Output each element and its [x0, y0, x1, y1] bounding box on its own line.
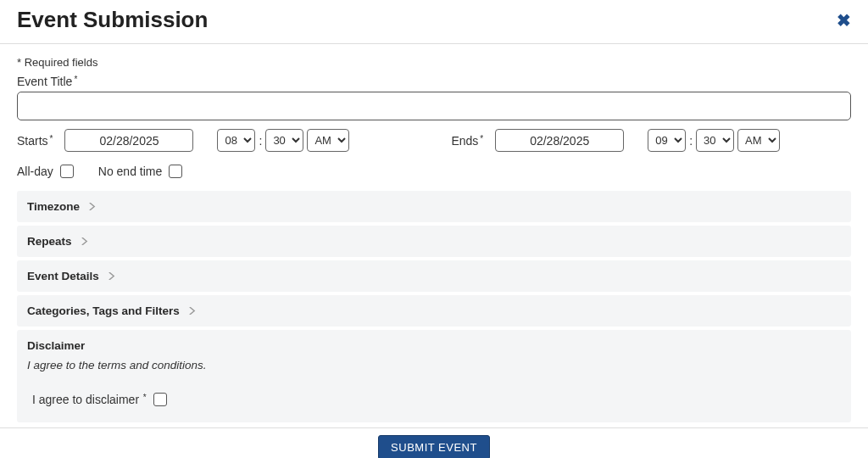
time-separator: : [259, 134, 262, 148]
event-title-input[interactable] [17, 92, 851, 120]
start-minute-select[interactable]: 30 [265, 129, 303, 152]
chevron-right-icon [108, 272, 115, 280]
categories-label: Categories, Tags and Filters [27, 304, 180, 317]
chevron-right-icon [188, 307, 196, 315]
agree-disclaimer-label: I agree to disclaimer * [32, 393, 147, 406]
submit-event-button[interactable]: SUBMIT EVENT [378, 435, 490, 458]
event-details-accordion[interactable]: Event Details [27, 270, 841, 282]
repeats-label: Repeats [27, 235, 72, 248]
start-hour-select[interactable]: 08 [217, 129, 255, 152]
required-fields-note: * Required fields [17, 56, 851, 69]
chevron-right-icon [81, 237, 88, 245]
start-ampm-select[interactable]: AM [307, 129, 349, 152]
starts-label: Starts* [17, 134, 53, 148]
timezone-label: Timezone [27, 200, 80, 213]
end-hour-select[interactable]: 09 [648, 129, 686, 152]
ends-label: Ends* [451, 134, 483, 148]
agree-disclaimer-checkbox[interactable] [153, 393, 167, 406]
end-ampm-select[interactable]: AM [737, 129, 780, 152]
no-end-time-checkbox[interactable] [169, 165, 182, 178]
close-icon[interactable]: ✖ [837, 12, 851, 29]
categories-accordion[interactable]: Categories, Tags and Filters [27, 304, 841, 317]
all-day-label: All-day [17, 165, 53, 178]
start-date-input[interactable] [64, 129, 193, 152]
time-separator: : [689, 134, 693, 148]
disclaimer-text: I agree to the terms and conditions. [27, 359, 841, 371]
event-title-label: Event Title* [17, 75, 77, 88]
no-end-time-label: No end time [98, 165, 162, 178]
end-date-input[interactable] [495, 129, 624, 152]
page-title: Event Submission [17, 7, 208, 33]
event-details-label: Event Details [27, 270, 99, 282]
all-day-checkbox[interactable] [60, 165, 74, 178]
disclaimer-heading: Disclaimer [27, 339, 841, 352]
repeats-accordion[interactable]: Repeats [27, 235, 841, 248]
timezone-accordion[interactable]: Timezone [27, 200, 841, 213]
end-minute-select[interactable]: 30 [696, 129, 734, 152]
chevron-right-icon [88, 203, 96, 210]
disclaimer-section: Disclaimer I agree to the terms and cond… [17, 330, 851, 422]
